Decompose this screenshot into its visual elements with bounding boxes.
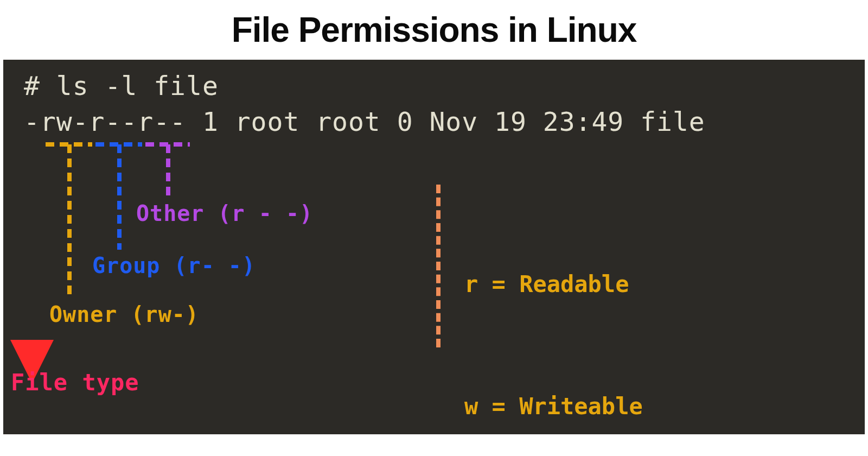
terminal-command: # ls -l file [24,71,219,101]
legend: r = Readable w = Writeable x = Executabl… [464,182,656,456]
owner-label: Owner (rw-) [49,302,199,327]
page-title: File Permissions in Linux [0,10,868,50]
group-label: Group (r- -) [92,253,256,278]
terminal-diagram-panel: # ls -l file -rw-r--r-- 1 root root 0 No… [3,60,865,434]
legend-readable: r = Readable [464,264,656,305]
legend-divider [436,185,441,347]
filetype-label: File type [11,369,139,396]
other-label: Other (r - -) [136,201,313,226]
legend-writeable: w = Writeable [464,386,656,427]
terminal-listing-line: -rw-r--r-- 1 root root 0 Nov 19 23:49 fi… [24,106,705,137]
